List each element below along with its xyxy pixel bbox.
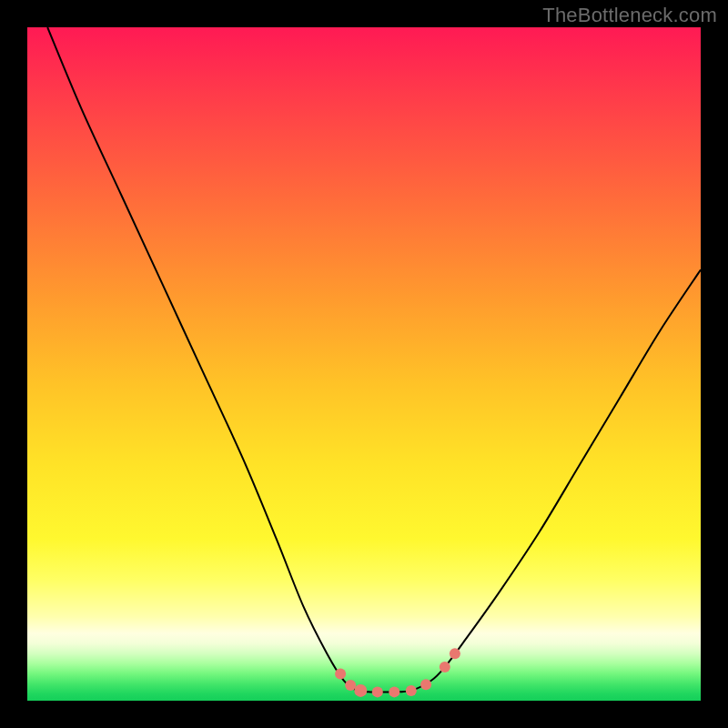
highlight-marker: [420, 679, 431, 690]
highlight-marker: [406, 685, 417, 696]
chart-svg: [27, 27, 701, 701]
bottleneck-curve: [47, 27, 701, 693]
chart-frame: TheBottleneck.com: [0, 0, 728, 728]
watermark-text: TheBottleneck.com: [542, 4, 717, 27]
highlight-marker: [440, 662, 450, 672]
highlight-marker: [354, 684, 367, 697]
highlight-marker: [345, 680, 356, 691]
highlight-marker: [335, 668, 346, 679]
plot-area: [27, 27, 701, 701]
highlight-marker: [389, 686, 399, 697]
highlight-marker: [450, 648, 460, 659]
marker-group: [335, 648, 460, 697]
highlight-marker: [372, 686, 383, 697]
